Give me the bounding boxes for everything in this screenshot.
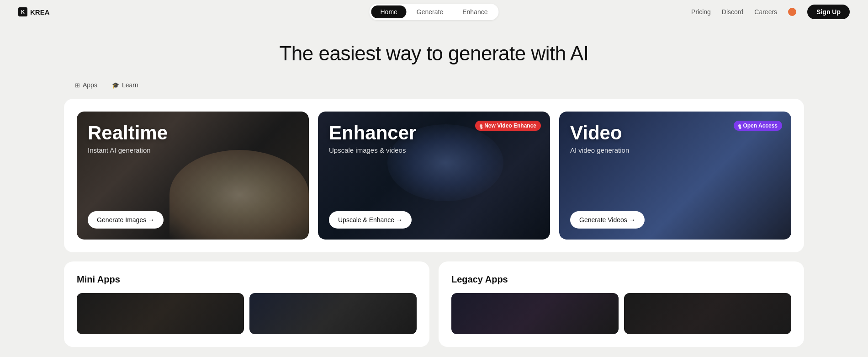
realtime-subtitle: Instant AI generation [88, 146, 298, 154]
video-card-footer: Generate Videos → [570, 202, 780, 229]
filter-tab-apps[interactable]: ⊞ Apps [69, 79, 104, 91]
navbar: K KREA Home Generate Enhance Pricing Dis… [0, 0, 868, 24]
mini-card-1[interactable] [77, 293, 244, 334]
enhancer-subtitle: Upscale images & videos [329, 146, 539, 154]
legacy-card-2[interactable] [624, 293, 791, 334]
enhancer-card-header: Enhancer Upscale images & videos [329, 123, 539, 202]
generate-images-button[interactable]: Generate Images → [88, 211, 164, 229]
realtime-card-header: Realtime Instant AI generation [88, 123, 298, 202]
realtime-card[interactable]: Realtime Instant AI generation Generate … [77, 112, 309, 240]
video-card[interactable]: ● Open Access Video AI video generation … [559, 112, 791, 240]
legacy-apps-section: Legacy Apps [439, 261, 804, 347]
filter-tab-learn[interactable]: 🎓 Learn [106, 79, 145, 91]
mini-apps-title: Mini Apps [77, 274, 417, 285]
app-cards-container: Realtime Instant AI generation Generate … [64, 99, 804, 252]
nav-tabs: Home Generate Enhance [369, 4, 498, 20]
tab-home[interactable]: Home [371, 5, 406, 18]
logo[interactable]: K KREA [18, 7, 50, 16]
discord-link[interactable]: Discord [722, 8, 743, 16]
enhancer-card-content: Enhancer Upscale images & videos Upscale… [318, 112, 550, 240]
mini-card-2[interactable] [249, 293, 417, 334]
generate-videos-button[interactable]: Generate Videos → [570, 211, 645, 229]
hero-title: The easiest way to generate with AI [0, 42, 868, 65]
realtime-title: Realtime [88, 123, 298, 144]
logo-icon: K [18, 7, 27, 16]
mini-apps-cards [77, 293, 417, 334]
video-title: Video [570, 123, 780, 144]
enhancer-card[interactable]: ● New Video Enhance Enhancer Upscale ima… [318, 112, 550, 240]
bottom-sections: Mini Apps Legacy Apps [64, 261, 804, 347]
video-card-header: Video AI video generation [570, 123, 780, 202]
legacy-card-1[interactable] [451, 293, 619, 334]
legacy-apps-cards [451, 293, 791, 334]
filter-learn-label: Learn [122, 81, 138, 89]
enhancer-card-footer: Upscale & Enhance → [329, 202, 539, 229]
tab-enhance[interactable]: Enhance [453, 5, 497, 18]
filter-apps-label: Apps [83, 81, 97, 89]
enhancer-title: Enhancer [329, 123, 539, 144]
apps-icon: ⊞ [75, 82, 80, 89]
learn-icon: 🎓 [112, 82, 119, 89]
hero-section: The easiest way to generate with AI [0, 24, 868, 79]
realtime-card-content: Realtime Instant AI generation Generate … [77, 112, 309, 240]
realtime-card-footer: Generate Images → [88, 202, 298, 229]
pricing-link[interactable]: Pricing [691, 8, 711, 16]
nav-right: Pricing Discord Careers Sign Up [691, 5, 850, 19]
tab-generate[interactable]: Generate [408, 5, 452, 18]
filter-tabs: ⊞ Apps 🎓 Learn [0, 79, 868, 91]
legacy-apps-title: Legacy Apps [451, 274, 791, 285]
logo-text: KREA [30, 8, 50, 16]
signup-button[interactable]: Sign Up [807, 5, 850, 19]
video-card-content: Video AI video generation Generate Video… [559, 112, 791, 240]
careers-link[interactable]: Careers [754, 8, 777, 16]
upscale-enhance-button[interactable]: Upscale & Enhance → [329, 211, 412, 229]
notification-dot[interactable] [788, 8, 796, 16]
video-subtitle: AI video generation [570, 146, 780, 154]
mini-apps-section: Mini Apps [64, 261, 429, 347]
